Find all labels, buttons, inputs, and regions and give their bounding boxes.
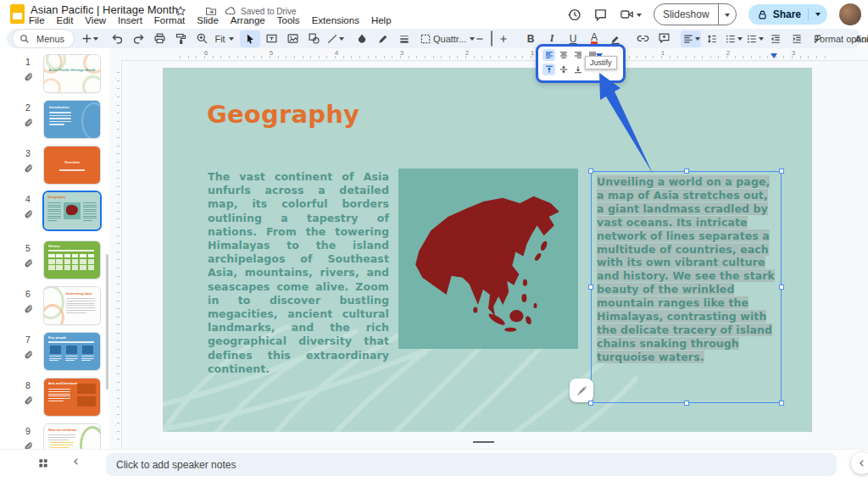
slide-thumbnail[interactable]: How we celebrate [44, 424, 100, 449]
font-family-select[interactable]: Quattr... [442, 30, 463, 47]
share-dropdown[interactable] [808, 8, 827, 20]
avatar[interactable] [839, 3, 861, 25]
align-bottom-button[interactable] [571, 64, 584, 75]
paperclip-icon[interactable] [24, 304, 33, 313]
slide-thumbnail[interactable]: Asian Pacific Heritage Month [44, 55, 100, 92]
decrease-font-size-button[interactable] [470, 30, 490, 47]
editing-canvas: 6543210123 Geography The vast continent … [110, 48, 868, 449]
font-size-input[interactable] [491, 30, 492, 47]
selected-text[interactable]: Unveiling a world on a page, a map of As… [597, 175, 776, 364]
menu-slide[interactable]: Slide [197, 15, 219, 25]
comments-icon[interactable] [593, 8, 608, 22]
menu-file[interactable]: File [29, 15, 45, 25]
vertical-ruler[interactable] [110, 60, 122, 449]
slide-thumbnail[interactable]: Key people [44, 333, 100, 370]
paperclip-icon[interactable] [24, 350, 33, 359]
select-tool[interactable] [240, 30, 260, 47]
border-weight-button[interactable] [394, 30, 415, 47]
align-middle-button[interactable] [557, 64, 570, 75]
print-button[interactable] [149, 30, 170, 47]
insert-link-button[interactable] [632, 30, 653, 47]
animate-button[interactable]: Animate [862, 30, 868, 47]
share-button[interactable]: Share [748, 4, 827, 25]
right-text-box-selected[interactable]: Unveiling a world on a page, a map of As… [591, 171, 782, 403]
insert-line-button[interactable] [325, 30, 345, 47]
align-top-button[interactable] [542, 64, 555, 75]
paperclip-icon[interactable] [24, 395, 33, 405]
fit-zoom-select[interactable]: Fit [213, 30, 233, 47]
menu-view[interactable]: View [85, 15, 106, 25]
menu-arrange[interactable]: Arrange [231, 15, 265, 25]
title-bar: Asian Pacific | Heritage Month Saved to … [0, 0, 868, 29]
menu-help[interactable]: Help [371, 15, 392, 25]
horizontal-ruler[interactable]: 6543210123 [110, 48, 868, 61]
version-history-icon[interactable] [567, 8, 581, 22]
zoom-button[interactable] [192, 30, 212, 47]
filmstrip-resize-handle[interactable] [473, 441, 494, 443]
slide-number: 3 [22, 148, 34, 158]
slides-app-icon[interactable] [10, 4, 25, 24]
slide-thumbnail[interactable]: Arts and literature [44, 379, 100, 416]
redo-button[interactable] [128, 30, 148, 47]
meet-call-button[interactable] [620, 8, 642, 21]
insert-shape-button[interactable] [303, 30, 324, 47]
paperclip-icon[interactable] [24, 441, 33, 449]
menu-edit[interactable]: Edit [57, 15, 74, 25]
decrease-indent-button[interactable] [765, 30, 786, 47]
ruler-indent-marker[interactable] [771, 53, 777, 62]
paperclip-icon[interactable] [24, 163, 33, 173]
insert-image-button[interactable] [282, 30, 303, 47]
collapse-side-panel-button[interactable] [851, 452, 868, 474]
collapse-filmstrip-icon[interactable] [71, 456, 81, 467]
border-color-button[interactable] [373, 30, 393, 47]
new-slide-button[interactable] [80, 30, 100, 47]
menu-tools[interactable]: Tools [277, 15, 300, 25]
menu-insert[interactable]: Insert [118, 15, 142, 25]
increase-indent-button[interactable] [787, 30, 807, 47]
add-comment-button[interactable] [654, 30, 674, 47]
slide-thumbnail[interactable]: Geography [44, 192, 100, 229]
menu-extensions[interactable]: Extensions [312, 15, 359, 25]
slideshow-dropdown[interactable] [718, 4, 736, 25]
pen-disabled-button[interactable] [570, 379, 593, 402]
selection-handle[interactable] [779, 401, 784, 406]
numbered-list-button[interactable] [744, 30, 765, 47]
paint-format-button[interactable] [170, 30, 191, 47]
align-center-button[interactable] [557, 49, 570, 61]
paperclip-icon[interactable] [24, 118, 33, 127]
selection-handle[interactable] [684, 401, 689, 406]
slide-thumbnail[interactable]: Overview [44, 147, 100, 184]
align-button[interactable] [681, 30, 701, 47]
paperclip-icon[interactable] [24, 72, 33, 81]
increase-font-size-button[interactable] [493, 30, 514, 47]
selection-handle[interactable] [588, 169, 593, 174]
selection-handle[interactable] [684, 169, 689, 174]
left-text-box[interactable]: The vast continent of Asia unfurls acros… [208, 170, 389, 376]
line-spacing-button[interactable] [702, 30, 722, 47]
align-left-button[interactable] [542, 49, 555, 61]
slide-thumbnail[interactable]: History [44, 241, 100, 279]
slide-canvas[interactable]: Geography The vast continent of Asia unf… [163, 68, 812, 432]
document-title[interactable]: Asian Pacific | Heritage Month [31, 3, 178, 16]
filmstrip-scrollbar[interactable] [106, 254, 108, 390]
align-right-button[interactable] [571, 49, 584, 61]
asia-map-image[interactable] [398, 169, 578, 349]
grid-view-icon[interactable] [37, 457, 49, 469]
selection-handle[interactable] [779, 169, 784, 174]
menu-format[interactable]: Format [154, 15, 185, 25]
slideshow-button[interactable]: Slideshow [654, 3, 737, 25]
selection-handle[interactable] [588, 285, 593, 290]
slide-thumbnail[interactable]: Introduction [44, 101, 100, 138]
text-box-tool[interactable] [261, 30, 281, 47]
fill-color-button[interactable] [352, 30, 372, 47]
paperclip-icon[interactable] [24, 258, 33, 268]
selection-handle[interactable] [588, 401, 593, 406]
paperclip-icon[interactable] [24, 209, 33, 218]
selection-handle[interactable] [779, 285, 784, 290]
slide-thumbnail[interactable]: Interesting facts [44, 287, 100, 324]
bulleted-list-button[interactable] [723, 30, 743, 47]
speaker-notes-input[interactable]: Click to add speaker notes [106, 453, 837, 476]
undo-button[interactable] [107, 30, 127, 47]
search-menus-button[interactable]: Menus [12, 29, 75, 48]
slide-title[interactable]: Geography [207, 100, 359, 129]
